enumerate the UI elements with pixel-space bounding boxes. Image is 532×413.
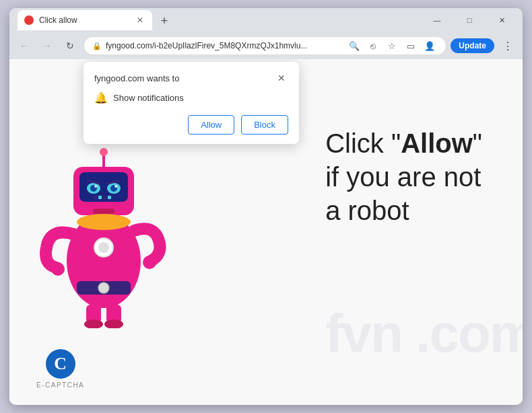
update-button[interactable]: Update xyxy=(451,38,494,53)
watermark: fvn .com xyxy=(325,303,523,365)
message-click: Click " xyxy=(325,128,401,158)
allow-button[interactable]: Allow xyxy=(188,115,234,135)
popup-notification-row: 🔔 Show notifications xyxy=(94,91,288,104)
minimize-button[interactable]: — xyxy=(422,9,453,31)
svg-point-19 xyxy=(100,148,108,156)
notification-popup: fyngood.com wants to ✕ 🔔 Show notificati… xyxy=(84,62,299,144)
svg-point-29 xyxy=(77,214,131,230)
browser-window: Click allow ✕ + — □ ✕ ← → ↻ 🔒 fyngood.co… xyxy=(9,8,523,405)
new-tab-button[interactable]: + xyxy=(155,11,174,30)
popup-title: fyngood.com wants to xyxy=(94,73,179,83)
refresh-button[interactable]: ↻ xyxy=(61,36,79,55)
popup-close-button[interactable]: ✕ xyxy=(275,71,288,85)
svg-point-2 xyxy=(98,283,109,293)
svg-rect-15 xyxy=(98,196,102,199)
active-tab[interactable]: Click allow ✕ xyxy=(18,10,152,30)
title-bar: Click allow ✕ + — □ ✕ xyxy=(9,8,523,32)
bell-icon: 🔔 xyxy=(94,91,108,104)
svg-point-10 xyxy=(94,185,97,188)
ecaptcha-logo: C xyxy=(46,349,75,379)
menu-button[interactable]: ⋮ xyxy=(498,36,517,55)
svg-rect-16 xyxy=(103,196,106,199)
ecaptcha-text: E-CAPTCHA xyxy=(36,381,84,389)
svg-point-23 xyxy=(98,242,109,253)
back-button[interactable]: ← xyxy=(15,36,34,55)
bookmark-icon-btn[interactable]: ☆ xyxy=(384,38,400,54)
message-line1: Click "Allow" xyxy=(325,126,482,160)
main-message: Click "Allow" if you are not a robot xyxy=(325,126,482,227)
maximize-button[interactable]: □ xyxy=(454,9,485,31)
window-controls: — □ ✕ xyxy=(422,9,517,31)
close-button[interactable]: ✕ xyxy=(486,9,517,31)
svg-rect-28 xyxy=(93,209,114,214)
svg-rect-14 xyxy=(94,196,97,199)
popup-buttons: Allow Block xyxy=(94,115,288,135)
message-quote: " xyxy=(473,128,482,158)
address-icons: 🔍 ⎋ ☆ ▭ 👤 xyxy=(346,38,438,54)
search-icon-btn[interactable]: 🔍 xyxy=(346,38,362,54)
popup-header: fyngood.com wants to ✕ xyxy=(94,71,288,85)
share-icon-btn[interactable]: ⎋ xyxy=(365,38,381,54)
forward-button[interactable]: → xyxy=(38,36,57,55)
svg-point-11 xyxy=(114,185,117,188)
lock-icon: 🔒 xyxy=(92,42,102,50)
address-input[interactable]: 🔒 fyngood.com/i-b2eUpIlazlFirev_5M8QXrmz… xyxy=(84,36,446,55)
tab-close-button[interactable]: ✕ xyxy=(135,15,145,26)
address-bar: ← → ↻ 🔒 fyngood.com/i-b2eUpIlazlFirev_5M… xyxy=(9,32,523,59)
page-content: fvn .com xyxy=(9,59,523,405)
ecaptcha: C E-CAPTCHA xyxy=(36,349,84,389)
sidebar-icon-btn[interactable]: ▭ xyxy=(403,38,419,54)
tab-title: Click allow xyxy=(39,15,129,25)
message-allow: Allow xyxy=(401,128,473,158)
svg-point-20 xyxy=(51,262,65,276)
notification-label: Show notifications xyxy=(113,93,184,103)
tab-bar: Click allow ✕ + xyxy=(15,10,418,30)
message-line3: a robot xyxy=(325,194,482,227)
message-line2: if you are not xyxy=(325,160,482,194)
svg-rect-17 xyxy=(108,196,111,199)
profile-icon-btn[interactable]: 👤 xyxy=(422,38,438,54)
tab-favicon xyxy=(24,15,34,25)
block-button[interactable]: Block xyxy=(241,115,288,135)
svg-point-21 xyxy=(143,256,156,269)
address-text: fyngood.com/i-b2eUpIlazlFirev_5M8QXrmzQJ… xyxy=(106,41,342,50)
